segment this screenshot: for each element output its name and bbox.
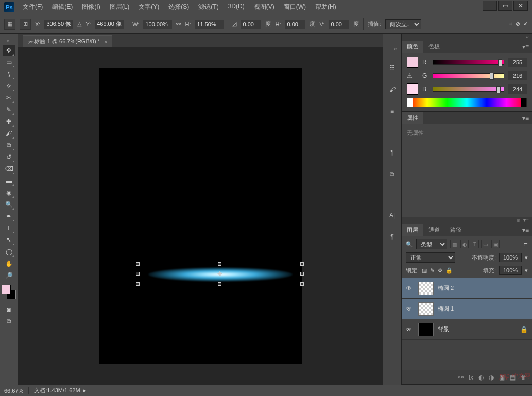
brush-panel-icon[interactable]: 🖌: [386, 83, 399, 96]
history-panel-icon[interactable]: ☷: [386, 62, 399, 74]
history-brush-tool[interactable]: ↺: [3, 151, 15, 163]
r-value[interactable]: [508, 58, 527, 67]
move-tool[interactable]: ✥: [3, 45, 15, 56]
panel-menu-icon[interactable]: ▾≡: [519, 225, 532, 236]
collapse-toolbar-icon[interactable]: »: [4, 37, 14, 44]
cancel-transform-icon[interactable]: ⊘: [516, 21, 520, 27]
crop-tool[interactable]: ✂: [3, 92, 15, 104]
layer-filter-type[interactable]: 类型: [416, 239, 447, 249]
lock-move-icon[interactable]: ✥: [438, 267, 442, 274]
hskew-input[interactable]: [285, 20, 305, 29]
handle-mid-left[interactable]: [136, 272, 140, 276]
trash-small-icon[interactable]: 🗑: [516, 217, 521, 223]
doc-info-dropdown-icon[interactable]: ▸: [83, 387, 87, 394]
b-slider[interactable]: [433, 87, 504, 92]
menu-3d[interactable]: 3D(D): [225, 1, 248, 13]
transform-bounding-box[interactable]: ✥: [138, 264, 302, 284]
filter-shape-icon[interactable]: ▭: [481, 240, 489, 248]
adjustment-layer-icon[interactable]: ◑: [489, 374, 494, 381]
healing-tool[interactable]: ✚: [3, 116, 15, 127]
lock-pixels-icon[interactable]: ▨: [422, 267, 427, 274]
layer-fx-icon[interactable]: fx: [469, 374, 473, 381]
layer-name[interactable]: 椭圆 2: [438, 284, 454, 292]
layer-row[interactable]: 👁 背景 🔒: [402, 319, 532, 340]
eyedropper-tool[interactable]: ✎: [3, 104, 15, 115]
opacity-dropdown-icon[interactable]: ▾: [525, 254, 528, 261]
filter-toggle[interactable]: ⊏: [523, 241, 528, 248]
fill-dropdown-icon[interactable]: ▾: [525, 267, 528, 274]
paths-tab[interactable]: 路径: [445, 224, 467, 236]
document-canvas[interactable]: [99, 68, 302, 364]
channels-tab[interactable]: 通道: [423, 224, 445, 236]
layer-mask-icon[interactable]: ◐: [478, 374, 484, 381]
gradient-tool[interactable]: ▬: [3, 175, 15, 186]
menu-image[interactable]: 图像(I): [79, 1, 103, 13]
handle-mid-right[interactable]: [300, 272, 304, 276]
layer-name[interactable]: 椭圆 1: [438, 305, 454, 313]
w-input[interactable]: [143, 20, 172, 29]
collapse-dock-icon[interactable]: «: [526, 34, 529, 40]
menu-file[interactable]: 文件(F): [20, 1, 46, 13]
maximize-button[interactable]: ▭: [498, 1, 512, 11]
warp-icon[interactable]: ⌗: [509, 21, 512, 27]
link-wh-icon[interactable]: ⚯: [176, 21, 181, 27]
menu-help[interactable]: 帮助(H): [312, 1, 339, 13]
stamp-tool[interactable]: ⧉: [3, 140, 15, 151]
layer-name[interactable]: 背景: [438, 325, 449, 333]
fill-input[interactable]: [499, 266, 522, 275]
handle-top-left[interactable]: [136, 262, 140, 266]
quickmask-toggle[interactable]: ◙: [3, 304, 15, 315]
dodge-tool[interactable]: 🔍: [3, 199, 15, 210]
lock-all-icon[interactable]: 🔒: [445, 267, 453, 274]
color-swatches[interactable]: [2, 285, 16, 299]
filter-adjust-icon[interactable]: ◐: [460, 240, 469, 248]
shape-tool[interactable]: ◯: [3, 246, 15, 257]
eraser-tool[interactable]: ⌫: [3, 163, 15, 175]
handle-top-mid[interactable]: [218, 262, 221, 266]
foreground-color-icon[interactable]: [407, 57, 418, 68]
document-tab[interactable]: 未标题-1 @ 66.7%(RGB/8) * ×: [23, 35, 112, 47]
visibility-toggle-icon[interactable]: 👁: [406, 326, 414, 333]
handle-bottom-left[interactable]: [136, 282, 140, 286]
menu-select[interactable]: 选择(S): [165, 1, 192, 13]
paragraph-panel-icon[interactable]: ⧉: [386, 168, 399, 180]
screenmode-toggle[interactable]: ⧉: [3, 316, 15, 327]
layer-thumbnail[interactable]: [418, 323, 434, 336]
visibility-toggle-icon[interactable]: 👁: [406, 305, 414, 313]
transform-tool-icon[interactable]: ▦: [4, 19, 15, 30]
layer-row[interactable]: 👁 椭圆 2: [402, 278, 532, 299]
g-slider[interactable]: [433, 73, 504, 78]
lock-icon[interactable]: 🔒: [520, 326, 528, 333]
handle-bottom-right[interactable]: [300, 282, 304, 286]
hand-tool[interactable]: ✋: [3, 258, 15, 269]
layer-thumbnail[interactable]: [418, 302, 434, 316]
layers-tab[interactable]: 图层: [402, 224, 423, 236]
y-input[interactable]: [95, 20, 124, 29]
lock-position-icon[interactable]: ✎: [430, 267, 435, 274]
layer-row[interactable]: 👁 椭圆 1: [402, 299, 532, 319]
blend-mode-select[interactable]: 正常: [406, 252, 455, 263]
panel-menu-icon[interactable]: ▾≡: [519, 41, 532, 53]
h-input[interactable]: [195, 20, 224, 29]
menu-edit[interactable]: 编辑(E): [49, 1, 76, 13]
reference-point-icon[interactable]: ✥: [217, 270, 222, 278]
foreground-color-swatch[interactable]: [2, 285, 11, 294]
menu-layer[interactable]: 图层(L): [107, 1, 133, 13]
magic-wand-tool[interactable]: ✧: [3, 80, 15, 92]
background-color-icon[interactable]: [407, 83, 418, 95]
swatches-tab[interactable]: 色板: [423, 41, 445, 53]
lasso-tool[interactable]: ⟆: [3, 68, 15, 80]
layer-thumbnail[interactable]: [418, 282, 434, 295]
x-input[interactable]: [44, 20, 73, 29]
brush-tool[interactable]: 🖌: [3, 128, 15, 139]
filter-smart-icon[interactable]: ▣: [491, 240, 500, 248]
properties-tab[interactable]: 属性: [402, 112, 423, 124]
link-layers-icon[interactable]: ⚯: [458, 374, 464, 381]
interp-select[interactable]: 两次立...: [385, 19, 421, 29]
expand-dock-icon[interactable]: «: [391, 45, 401, 53]
visibility-toggle-icon[interactable]: 👁: [406, 285, 414, 292]
opacity-input[interactable]: [499, 253, 522, 262]
filter-pixel-icon[interactable]: ▨: [450, 240, 458, 248]
filter-type-icon[interactable]: T: [471, 240, 479, 248]
handle-top-right[interactable]: [300, 262, 304, 266]
